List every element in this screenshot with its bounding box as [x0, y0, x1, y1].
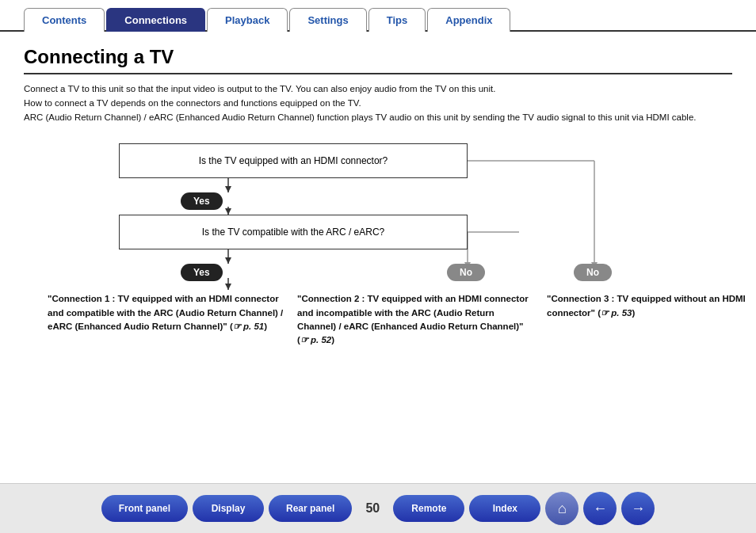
- intro-line2: How to connect a TV depends on the conne…: [24, 98, 361, 108]
- svg-marker-5: [225, 257, 231, 264]
- forward-icon: →: [631, 501, 645, 517]
- hdmi-question-text: Is the TV equipped with an HDMI connecto…: [199, 155, 388, 166]
- tab-appendix[interactable]: Appendix: [427, 8, 510, 32]
- front-panel-button[interactable]: Front panel: [101, 495, 188, 522]
- main-content: Connecting a TV Connect a TV to this uni…: [0, 32, 756, 397]
- svg-marker-3: [225, 208, 231, 215]
- result2-text: "Connection 2 : TV equipped with an HDMI…: [297, 292, 535, 347]
- svg-marker-1: [225, 186, 231, 192]
- remote-button[interactable]: Remote: [393, 495, 464, 522]
- flowchart: Is the TV equipped with an HDMI connecto…: [24, 135, 732, 381]
- hdmi-question-box: Is the TV equipped with an HDMI connecto…: [119, 143, 468, 178]
- result1-text: "Connection 1 : TV equipped with an HDMI…: [48, 292, 285, 333]
- svg-marker-7: [225, 284, 231, 290]
- bottom-navigation: Front panel Display Rear panel 50 Remote…: [0, 483, 756, 533]
- yes-badge-2: Yes: [181, 264, 223, 281]
- result3-text: "Connection 3 : TV equipped without an H…: [547, 292, 753, 320]
- index-button[interactable]: Index: [469, 495, 540, 522]
- back-icon: ←: [593, 501, 607, 517]
- back-button[interactable]: ←: [583, 492, 617, 525]
- page-number: 50: [357, 501, 388, 516]
- title-divider: [24, 73, 732, 74]
- no-badge-hdmi: No: [574, 264, 612, 281]
- home-button[interactable]: ⌂: [545, 492, 578, 525]
- intro-line3: ARC (Audio Return Channel) / eARC (Enhan…: [24, 112, 697, 122]
- rear-panel-button[interactable]: Rear panel: [269, 495, 352, 522]
- intro-text: Connect a TV to this unit so that the in…: [24, 82, 732, 124]
- tab-tips[interactable]: Tips: [368, 8, 426, 32]
- arc-question-box: Is the TV compatible with the ARC / eARC…: [119, 215, 468, 249]
- intro-line1: Connect a TV to this unit so that the in…: [24, 84, 495, 93]
- display-button[interactable]: Display: [193, 495, 264, 522]
- no-badge-arc: No: [447, 264, 485, 281]
- top-navigation: Contents Connections Playback Settings T…: [0, 0, 756, 32]
- forward-button[interactable]: →: [621, 492, 655, 525]
- home-icon: ⌂: [558, 501, 567, 517]
- tab-contents[interactable]: Contents: [24, 8, 105, 32]
- tab-connections[interactable]: Connections: [106, 8, 205, 32]
- arc-question-text: Is the TV compatible with the ARC / eARC…: [202, 227, 385, 238]
- tab-playback[interactable]: Playback: [207, 8, 288, 32]
- page-title: Connecting a TV: [24, 46, 732, 68]
- tab-settings[interactable]: Settings: [289, 8, 366, 32]
- yes-badge-1: Yes: [181, 192, 223, 210]
